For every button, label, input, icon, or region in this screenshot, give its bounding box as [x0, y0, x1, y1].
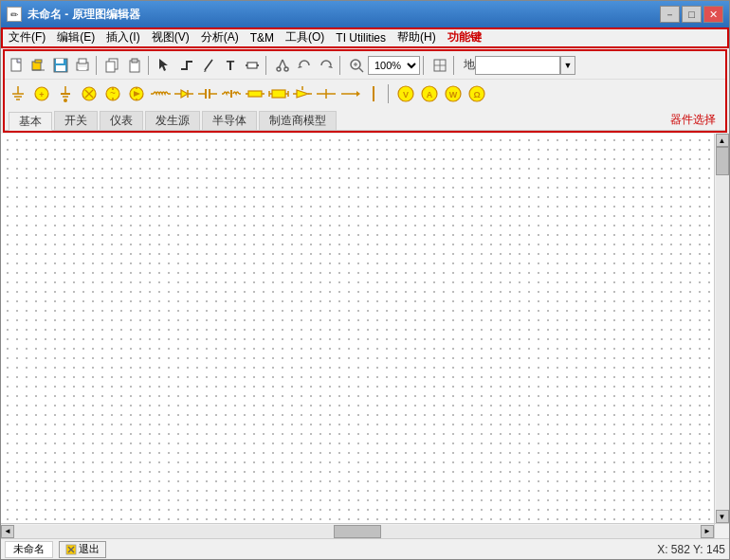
- comp-capacitor-button[interactable]: [196, 82, 219, 105]
- status-tab-name: 未命名: [5, 541, 53, 558]
- ground-input[interactable]: [475, 56, 560, 75]
- menu-edit[interactable]: 编辑(E): [51, 27, 100, 47]
- svg-point-42: [64, 99, 67, 102]
- undo-button[interactable]: [294, 55, 315, 76]
- canvas-dots: [1, 134, 729, 538]
- svg-rect-2: [35, 60, 42, 63]
- comp-vbar-button[interactable]: [362, 82, 385, 105]
- ground-dropdown-button[interactable]: ▼: [560, 56, 575, 75]
- comp-inductor-button[interactable]: [149, 82, 172, 105]
- restore-button[interactable]: □: [682, 6, 702, 23]
- zoom-button[interactable]: [346, 55, 367, 76]
- svg-rect-13: [132, 59, 137, 63]
- save-button[interactable]: [50, 55, 71, 76]
- svg-rect-0: [11, 59, 21, 71]
- print-button[interactable]: [72, 55, 93, 76]
- comp-ground1-button[interactable]: [7, 82, 29, 105]
- ground-input-area: 地 ▼: [464, 56, 575, 75]
- comp-vcc-button[interactable]: +: [30, 82, 53, 105]
- scroll-left-button[interactable]: ◄: [1, 525, 14, 538]
- comp-transformer-button[interactable]: [220, 82, 243, 105]
- open-button[interactable]: [28, 55, 49, 76]
- zoom-select[interactable]: 100% 50% 75% 125% 150% 200%: [368, 56, 420, 75]
- scroll-track-vertical[interactable]: [716, 147, 729, 510]
- exit-button[interactable]: 退出: [59, 541, 106, 558]
- copy-button[interactable]: [102, 55, 123, 76]
- tab-switch[interactable]: 开关: [54, 111, 98, 130]
- svg-rect-18: [247, 63, 257, 68]
- comp-resistor2-button[interactable]: [267, 82, 290, 105]
- view3d-button[interactable]: [429, 55, 450, 76]
- tab-source[interactable]: 发生源: [145, 111, 200, 130]
- comp-source2-button[interactable]: [125, 82, 148, 105]
- svg-line-15: [205, 60, 212, 70]
- svg-marker-77: [297, 90, 308, 98]
- tab-basic[interactable]: 基本: [9, 112, 52, 131]
- comp-resistor1-button[interactable]: [244, 82, 266, 105]
- redo-button[interactable]: [316, 55, 337, 76]
- canvas-area[interactable]: ▲ ▼ ◄ ►: [1, 134, 729, 538]
- comp-circ1-button[interactable]: V: [394, 82, 417, 105]
- tab-semi[interactable]: 半导体: [202, 111, 257, 130]
- menu-help[interactable]: 帮助(H): [392, 27, 442, 47]
- separator-6: [453, 56, 457, 75]
- separator-2: [148, 56, 152, 75]
- scroll-thumb-vertical[interactable]: [716, 147, 729, 175]
- select-button[interactable]: [155, 55, 175, 76]
- app-icon: ✏: [7, 7, 22, 22]
- comp-line-button[interactable]: [315, 82, 338, 105]
- scrollbar-vertical: ▲ ▼: [714, 134, 729, 523]
- menu-ti[interactable]: TI Utilities: [330, 29, 392, 46]
- wire-button[interactable]: [176, 55, 197, 76]
- comp-lamp-button[interactable]: [78, 82, 100, 105]
- new-button[interactable]: [7, 55, 27, 76]
- toolbar-components: + ~: [5, 80, 725, 108]
- comp-arrow-button[interactable]: [338, 82, 361, 105]
- tab-meter[interactable]: 仪表: [100, 111, 143, 130]
- paste-button[interactable]: [124, 55, 145, 76]
- comp-circ3-button[interactable]: W: [442, 82, 465, 105]
- scroll-thumb-horizontal[interactable]: [334, 525, 381, 538]
- tab-model[interactable]: 制造商模型: [259, 111, 337, 130]
- scrollbar-horizontal: ◄ ►: [1, 523, 714, 538]
- separator-3: [265, 56, 269, 75]
- menu-bar: 文件(F) 编辑(E) 插入(I) 视图(V) 分析(A) T&M 工具(O) …: [1, 27, 729, 48]
- svg-line-27: [359, 68, 363, 72]
- menu-analyze[interactable]: 分析(A): [195, 27, 245, 47]
- comp-source1-button[interactable]: ~: [101, 82, 124, 105]
- svg-marker-57: [181, 90, 188, 98]
- menu-view[interactable]: 视图(V): [146, 27, 195, 47]
- title-bar-left: ✏ 未命名 - 原理图编辑器: [7, 7, 140, 23]
- close-button[interactable]: ✕: [703, 6, 723, 23]
- resistor-button[interactable]: [242, 55, 263, 76]
- menu-tools[interactable]: 工具(O): [280, 27, 330, 47]
- menu-tam[interactable]: T&M: [245, 29, 280, 46]
- comp-comp1-button[interactable]: [291, 82, 314, 105]
- scroll-up-button[interactable]: ▲: [716, 134, 729, 147]
- status-coords: X: 582 Y: 145: [657, 543, 725, 556]
- svg-rect-72: [272, 90, 285, 98]
- comp-ground2-button[interactable]: [54, 82, 77, 105]
- minimize-button[interactable]: －: [660, 6, 680, 23]
- cut-button[interactable]: [272, 55, 293, 76]
- main-window: ✏ 未命名 - 原理图编辑器 － □ ✕ 文件(F) 编辑(E) 插入(I) 视…: [0, 0, 730, 560]
- svg-rect-11: [106, 62, 115, 72]
- comp-diode-button[interactable]: [173, 82, 195, 105]
- comp-circ2-button[interactable]: A: [418, 82, 441, 105]
- tabs-bar: 基本 开关 仪表 发生源 半导体 制造商模型 器件选择: [5, 108, 725, 131]
- title-bar: ✏ 未命名 - 原理图编辑器 － □ ✕: [1, 1, 729, 27]
- scroll-track-horizontal[interactable]: [14, 525, 701, 538]
- menu-file[interactable]: 文件(F): [3, 27, 51, 47]
- svg-marker-16: [204, 70, 207, 72]
- menu-insert[interactable]: 插入(I): [100, 27, 145, 47]
- scroll-right-button[interactable]: ►: [701, 525, 714, 538]
- pen-button[interactable]: [198, 55, 219, 76]
- toolbar-area: T 100% 50% 75% 125%: [3, 49, 727, 133]
- text-button[interactable]: T: [220, 55, 241, 76]
- exit-label: 退出: [79, 542, 100, 556]
- svg-rect-6: [56, 65, 65, 71]
- scroll-down-button[interactable]: ▼: [716, 510, 729, 523]
- window-controls: － □ ✕: [660, 6, 723, 23]
- comp-circ4-button[interactable]: Ω: [465, 82, 488, 105]
- menu-shortcut[interactable]: 功能键: [442, 27, 487, 47]
